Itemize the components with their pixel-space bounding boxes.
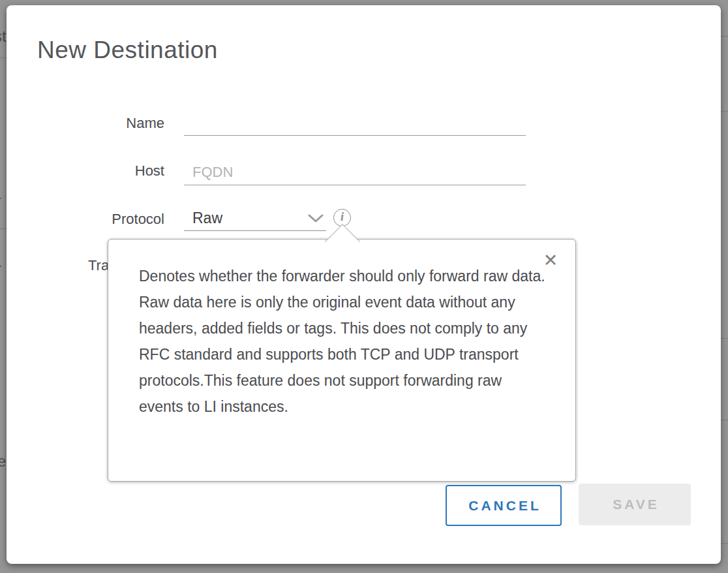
background-table-line — [721, 543, 728, 544]
cancel-button[interactable]: CANCEL — [446, 485, 562, 526]
host-label: Host — [39, 163, 164, 179]
background-table-line — [721, 420, 728, 420]
background-table-line — [0, 57, 7, 58]
background-text-fragment: r — [0, 192, 1, 210]
save-button[interactable]: SAVE — [579, 484, 691, 525]
host-input[interactable] — [184, 162, 526, 185]
protocol-selected-value: Raw — [192, 209, 222, 227]
protocol-select[interactable]: Raw — [184, 207, 326, 231]
background-table-line — [0, 228, 7, 229]
tooltip-text: Denotes whether the forwarder should onl… — [139, 263, 547, 420]
info-icon: i — [341, 210, 344, 223]
background-table-line — [721, 111, 728, 112]
background-table-line — [721, 338, 728, 339]
protocol-info-tooltip: ✕ Denotes whether the forwarder should o… — [108, 239, 576, 482]
page-title: New Destination — [37, 37, 218, 64]
protocol-label: Protocol — [39, 211, 164, 228]
chevron-down-icon — [308, 214, 324, 226]
background-table-line — [721, 36, 728, 37]
background-text-fragment: r — [0, 260, 1, 278]
name-input[interactable] — [184, 112, 526, 136]
background-text-fragment: st — [0, 27, 7, 46]
background-text-fragment: e — [0, 452, 6, 471]
name-label: Name — [39, 115, 164, 132]
